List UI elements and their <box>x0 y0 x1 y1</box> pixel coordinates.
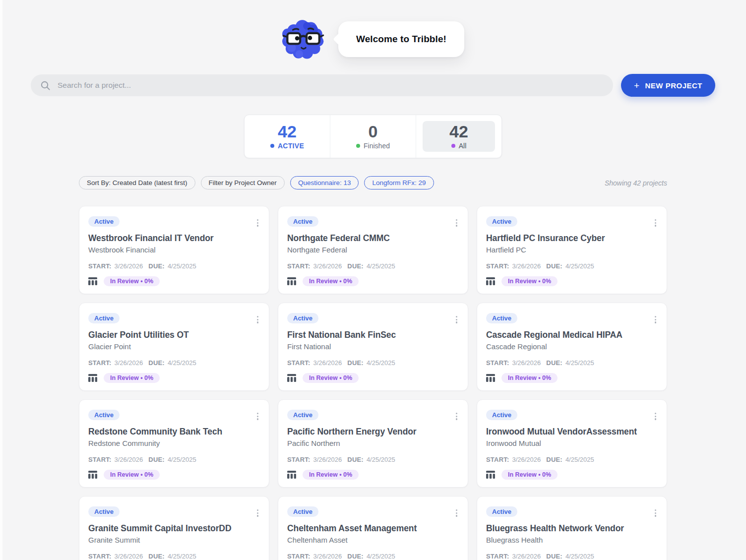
kebab-menu-icon[interactable] <box>255 217 260 229</box>
project-dates: START: 3/26/2026 DUE: 4/25/2025 <box>88 359 260 367</box>
project-client-name: Northgate Federal <box>287 246 459 254</box>
card-footer: In Review • 0% <box>88 276 260 286</box>
project-card[interactable]: Active Northgate Federal CMMC Northgate … <box>278 206 468 294</box>
search-input[interactable] <box>31 74 613 96</box>
kebab-menu-icon[interactable] <box>653 217 658 229</box>
active-label: ACTIVE <box>278 142 304 150</box>
stat-all[interactable]: 42 All <box>416 115 501 158</box>
project-card[interactable]: Active First National Bank FinSec First … <box>278 303 468 391</box>
new-project-label: NEW PROJECT <box>645 81 702 90</box>
start-label: START: <box>486 553 509 560</box>
due-date: 4/25/2025 <box>565 262 594 270</box>
progress-badge: In Review • 0% <box>303 276 359 286</box>
project-card[interactable]: Active Cheltenham Asset Management Chelt… <box>278 496 468 560</box>
project-dates: START: 3/26/2026 DUE: 4/25/2025 <box>287 456 459 463</box>
stat-active[interactable]: 42 ACTIVE <box>245 115 330 158</box>
card-footer: In Review • 0% <box>287 373 459 383</box>
due-label: DUE: <box>148 553 165 560</box>
progress-badge: In Review • 0% <box>501 276 558 286</box>
project-client-name: Bluegrass Health <box>486 536 658 544</box>
due-date: 4/25/2025 <box>168 456 196 463</box>
finished-dot-icon <box>356 144 360 148</box>
project-card[interactable]: Active Pacific Northern Energy Vendor Pa… <box>278 399 468 488</box>
progress-badge: In Review • 0% <box>104 373 160 383</box>
project-card[interactable]: Active Hartfield PC Insurance Cyber Hart… <box>477 206 667 294</box>
project-title: Cheltenham Asset Management <box>287 523 459 534</box>
card-footer: In Review • 0% <box>486 470 658 480</box>
all-dot-icon <box>451 144 455 148</box>
project-dates: START: 3/26/2026 DUE: 4/25/2025 <box>486 553 658 560</box>
all-count: 42 <box>449 123 468 141</box>
table-icon <box>287 471 296 479</box>
project-client-name: Ironwood Mutual <box>486 439 658 447</box>
due-label: DUE: <box>148 359 165 367</box>
longform-rfx-filter-chip[interactable]: Longform RFx: 29 <box>364 176 434 189</box>
status-badge: Active <box>486 216 517 227</box>
kebab-menu-icon[interactable] <box>653 314 658 325</box>
progress-badge: In Review • 0% <box>501 470 558 480</box>
kebab-menu-icon[interactable] <box>454 314 459 325</box>
project-client-name: Pacific Northern <box>287 439 459 447</box>
due-label: DUE: <box>347 262 364 270</box>
project-title: Cascade Regional Medical HIPAA <box>486 330 658 340</box>
project-dates: START: 3/26/2026 DUE: 4/25/2025 <box>88 262 260 270</box>
kebab-menu-icon[interactable] <box>255 507 260 519</box>
due-date: 4/25/2025 <box>168 553 196 560</box>
kebab-menu-icon[interactable] <box>454 411 459 422</box>
start-label: START: <box>88 456 111 463</box>
table-icon <box>88 471 97 479</box>
status-badge: Active <box>287 313 318 323</box>
project-client-name: Hartfield PC <box>486 246 658 254</box>
project-card[interactable]: Active Cascade Regional Medical HIPAA Ca… <box>477 303 667 391</box>
finished-label: Finished <box>364 142 390 150</box>
project-title: Westbrook Financial IT Vendor <box>88 233 260 244</box>
kebab-menu-icon[interactable] <box>454 217 459 229</box>
progress-badge: In Review • 0% <box>303 470 359 480</box>
due-label: DUE: <box>347 553 364 560</box>
project-card[interactable]: Active Granite Summit Capital InvestorDD… <box>79 496 269 560</box>
search-field-wrap <box>31 74 613 96</box>
card-footer: In Review • 0% <box>287 276 459 286</box>
project-card[interactable]: Active Redstone Community Bank Tech Reds… <box>79 399 269 488</box>
due-date: 4/25/2025 <box>168 359 196 367</box>
project-client-name: Cascade Regional <box>486 342 658 351</box>
card-footer: In Review • 0% <box>88 373 260 383</box>
project-dates: START: 3/26/2026 DUE: 4/25/2025 <box>287 262 459 270</box>
kebab-menu-icon[interactable] <box>454 507 459 519</box>
start-label: START: <box>486 262 509 270</box>
project-dates: START: 3/26/2026 DUE: 4/25/2025 <box>486 456 658 463</box>
status-badge: Active <box>486 506 517 517</box>
due-date: 4/25/2025 <box>367 553 395 560</box>
table-icon <box>287 374 296 382</box>
stat-finished[interactable]: 0 Finished <box>330 115 416 158</box>
project-card[interactable]: Active Bluegrass Health Network Vendor B… <box>477 496 667 560</box>
project-card[interactable]: Active Ironwood Mutual VendorAssessment … <box>477 399 667 488</box>
due-label: DUE: <box>546 262 562 270</box>
start-date: 3/26/2026 <box>114 456 143 463</box>
project-client-name: Cheltenham Asset <box>287 536 459 544</box>
active-count: 42 <box>278 123 297 141</box>
start-date: 3/26/2026 <box>313 359 342 367</box>
start-date: 3/26/2026 <box>512 456 541 463</box>
new-project-button[interactable]: + NEW PROJECT <box>621 74 715 97</box>
status-badge: Active <box>88 506 120 517</box>
kebab-menu-icon[interactable] <box>255 411 260 422</box>
kebab-menu-icon[interactable] <box>653 411 658 422</box>
project-card[interactable]: Active Westbrook Financial IT Vendor Wes… <box>79 206 269 294</box>
projects-grid: Active Westbrook Financial IT Vendor Wes… <box>79 206 667 560</box>
speech-bubble-tail <box>333 33 345 45</box>
due-date: 4/25/2025 <box>565 456 594 463</box>
project-card[interactable]: Active Glacier Point Utilities OT Glacie… <box>79 303 269 391</box>
questionnaire-filter-chip[interactable]: Questionnaire: 13 <box>290 176 359 189</box>
progress-badge: In Review • 0% <box>104 276 160 286</box>
card-footer: In Review • 0% <box>287 470 459 480</box>
project-title: Glacier Point Utilities OT <box>88 330 260 340</box>
start-label: START: <box>88 262 111 270</box>
progress-badge: In Review • 0% <box>104 470 160 480</box>
sort-by-chip[interactable]: Sort By: Created Date (latest first) <box>79 176 195 189</box>
due-label: DUE: <box>347 359 364 367</box>
filter-owner-chip[interactable]: Filter by Project Owner <box>201 176 285 189</box>
kebab-menu-icon[interactable] <box>653 507 658 519</box>
project-title: Ironwood Mutual VendorAssessment <box>486 427 658 437</box>
kebab-menu-icon[interactable] <box>255 314 260 325</box>
